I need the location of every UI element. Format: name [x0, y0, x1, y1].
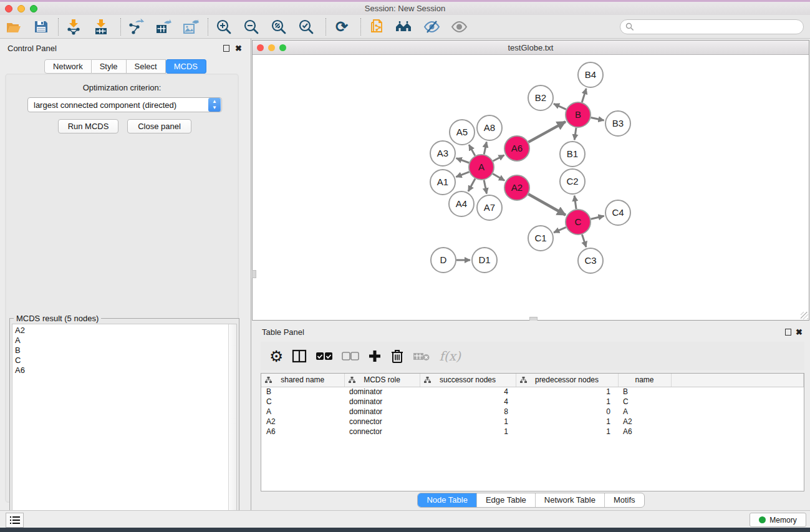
graph-node-B2[interactable]: B2 [528, 85, 553, 110]
graph-edge-B-B3[interactable] [591, 117, 604, 120]
cell-name[interactable]: C [618, 397, 671, 407]
delete-table-icon[interactable] [413, 347, 430, 365]
cell-predecessor-nodes[interactable]: 1 [516, 417, 618, 427]
graph-node-A3[interactable]: A3 [430, 141, 455, 166]
cell-successor-nodes[interactable]: 1 [420, 427, 516, 437]
run-mcds-button[interactable]: Run MCDS [58, 119, 118, 133]
graph-node-A[interactable]: A [469, 155, 494, 180]
search-input[interactable] [634, 21, 803, 33]
result-item[interactable]: A2 [15, 326, 236, 336]
cell-MCDS-role[interactable]: dominator [344, 397, 420, 407]
save-session-icon[interactable] [32, 18, 50, 36]
result-item[interactable]: C [15, 355, 236, 365]
window-resize-grip[interactable] [801, 312, 808, 319]
network-canvas[interactable]: B4B2BB3A8A5A6A3B1AA1C2A2A4A7C4CC1C3DD1 [253, 55, 809, 320]
float-panel-icon[interactable] [223, 45, 229, 52]
function-builder-icon[interactable]: f(x) [439, 347, 460, 365]
graph-node-B[interactable]: B [566, 102, 591, 127]
graph-node-B3[interactable]: B3 [605, 111, 630, 136]
graph-node-A2[interactable]: A2 [504, 175, 529, 200]
result-item[interactable]: A6 [15, 365, 236, 375]
graph-node-A5[interactable]: A5 [450, 120, 475, 145]
refresh-icon[interactable]: ⟳ [333, 18, 350, 36]
result-scrollbar[interactable] [228, 324, 236, 528]
graph-edge-A-A3[interactable] [456, 158, 470, 163]
graph-node-B4[interactable]: B4 [578, 62, 603, 87]
tab-network[interactable]: Network [44, 59, 92, 74]
graph-node-A7[interactable]: A7 [477, 195, 502, 220]
cell-name[interactable]: A6 [618, 427, 671, 437]
add-column-icon[interactable] [368, 347, 382, 365]
zoom-in-icon[interactable] [215, 18, 233, 36]
tab-network-table[interactable]: Network Table [536, 493, 605, 507]
import-network-icon[interactable] [65, 18, 82, 36]
canvas-vscroll-stub[interactable] [252, 270, 256, 278]
cell-MCDS-role[interactable]: connector [344, 417, 420, 427]
graph-node-D1[interactable]: D1 [472, 248, 497, 273]
column-header-successor-nodes[interactable]: successor nodes [420, 374, 516, 387]
deselect-all-columns-icon[interactable] [342, 347, 359, 365]
home-icon[interactable] [395, 18, 413, 36]
show-network-icon[interactable] [450, 18, 468, 36]
graph-edge-A-A5[interactable] [469, 145, 475, 156]
close-table-panel-icon[interactable]: ✖ [796, 327, 803, 337]
cell-name[interactable]: B [618, 387, 671, 397]
graph-edge-A-A4[interactable] [468, 178, 475, 191]
select-all-columns-icon[interactable] [316, 347, 333, 365]
graph-edge-A6-B[interactable] [528, 122, 565, 142]
column-header-predecessor-nodes[interactable]: predecessor nodes [516, 374, 618, 387]
graph-edge-A-A1[interactable] [456, 172, 469, 177]
graph-edge-A-A7[interactable] [484, 180, 486, 194]
graph-edge-B-B4[interactable] [582, 89, 586, 102]
graph-edge-C-C3[interactable] [582, 235, 586, 247]
tab-select[interactable]: Select [127, 59, 166, 74]
split-view-icon[interactable] [292, 347, 307, 365]
graph-edge-A-A2[interactable] [493, 174, 504, 181]
cell-successor-nodes[interactable]: 1 [420, 417, 516, 427]
network-window-titlebar[interactable]: testGlobe.txt [253, 41, 809, 55]
graph-edge-B-B2[interactable] [554, 104, 566, 109]
zoom-out-icon[interactable] [243, 18, 260, 36]
graph-edge-A2-C[interactable] [528, 194, 566, 215]
float-table-panel-icon[interactable] [785, 329, 791, 336]
graph-node-C1[interactable]: C1 [528, 226, 553, 251]
criterion-dropdown[interactable]: largest connected component (directed) ▲… [27, 97, 222, 112]
graph-node-C4[interactable]: C4 [605, 200, 630, 225]
cell-MCDS-role[interactable]: dominator [344, 407, 420, 417]
import-table-icon[interactable] [92, 18, 110, 36]
graph-edge-A-A8[interactable] [484, 142, 486, 155]
search-box[interactable] [620, 19, 804, 34]
delete-column-icon[interactable] [390, 347, 404, 365]
cell-predecessor-nodes[interactable]: 0 [516, 407, 618, 417]
close-panel-icon[interactable]: ✖ [235, 44, 242, 53]
graph-node-C2[interactable]: C2 [560, 169, 585, 194]
export-network-icon[interactable] [127, 18, 145, 36]
graph-node-C3[interactable]: C3 [578, 248, 603, 273]
table-row[interactable]: Cdominator41C [261, 397, 804, 407]
graph-edge-B-B1[interactable] [574, 128, 576, 140]
task-history-button[interactable] [6, 513, 24, 528]
table-row[interactable]: A6connector11A6 [261, 427, 804, 437]
cell-predecessor-nodes[interactable]: 1 [516, 427, 618, 437]
tab-style[interactable]: Style [92, 59, 127, 74]
graph-node-D[interactable]: D [431, 248, 456, 273]
column-header-name[interactable]: name [618, 374, 671, 387]
column-header-MCDS-role[interactable]: MCDS role [344, 374, 420, 387]
graph-node-A6[interactable]: A6 [504, 136, 529, 161]
memory-button[interactable]: Memory [750, 513, 806, 527]
table-row[interactable]: Bdominator41B [261, 387, 804, 397]
cell-shared-name[interactable]: A2 [261, 417, 344, 427]
node-table[interactable]: shared nameMCDS rolesuccessor nodesprede… [261, 374, 804, 437]
graph-node-C[interactable]: C [566, 210, 591, 235]
cell-shared-name[interactable]: B [261, 387, 344, 397]
export-image-icon[interactable] [182, 18, 200, 36]
graph-edge-A-A6[interactable] [493, 155, 504, 162]
cell-shared-name[interactable]: A6 [261, 427, 344, 437]
tab-mcds[interactable]: MCDS [166, 59, 206, 74]
result-item[interactable]: A [15, 336, 236, 346]
tab-node-table[interactable]: Node Table [418, 493, 477, 507]
cell-name[interactable]: A [618, 407, 671, 417]
graph-node-A1[interactable]: A1 [430, 170, 455, 195]
table-row[interactable]: A2connector11A2 [261, 417, 804, 427]
cell-successor-nodes[interactable]: 8 [420, 407, 516, 417]
